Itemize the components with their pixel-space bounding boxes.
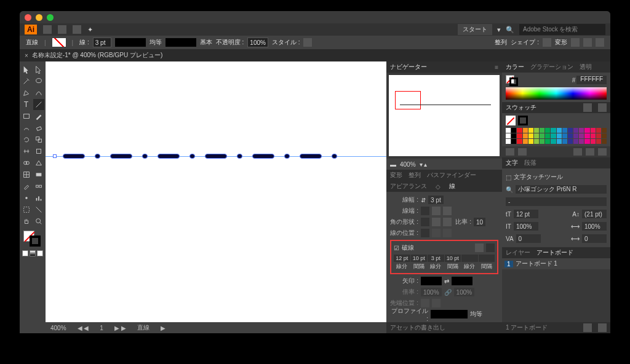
cloud-icon[interactable] — [518, 148, 527, 156]
swap-arrows-icon[interactable]: ⇄ — [444, 278, 449, 285]
dashed-line[interactable] — [52, 154, 380, 159]
transform-icon[interactable] — [571, 38, 580, 47]
dash-align-icon[interactable] — [486, 243, 495, 252]
swatch[interactable] — [506, 139, 511, 144]
swatch[interactable] — [602, 139, 607, 144]
type-tool[interactable]: T — [21, 99, 33, 110]
color-fill-stroke[interactable] — [506, 75, 519, 85]
arrow-start[interactable] — [421, 277, 442, 285]
swatch[interactable] — [579, 139, 584, 144]
appearance-tab[interactable]: アピアランス — [390, 182, 427, 191]
swatch[interactable] — [506, 133, 511, 138]
swatch[interactable] — [511, 139, 516, 144]
swatch[interactable] — [557, 139, 562, 144]
swatch[interactable] — [584, 128, 589, 133]
lasso-tool[interactable] — [33, 76, 45, 87]
isolation-icon[interactable] — [583, 38, 592, 47]
touch-type-button[interactable]: 文字タッチツール — [514, 173, 563, 181]
swatch-registration-icon[interactable] — [518, 116, 528, 125]
hand-tool[interactable] — [21, 216, 33, 227]
gradient-tab[interactable]: グラデーション — [530, 63, 573, 71]
stroke-swatch[interactable] — [30, 235, 41, 247]
tracking-input[interactable]: 0 — [582, 234, 607, 243]
dash-value-input[interactable]: 12 pt — [394, 255, 410, 262]
swatch[interactable] — [517, 133, 522, 138]
column-graph-tool[interactable] — [33, 192, 45, 204]
brush-panel-icon[interactable] — [573, 148, 582, 156]
vscale-input[interactable]: 100% — [514, 222, 538, 231]
shape-builder-tool[interactable] — [21, 157, 33, 168]
swatch[interactable] — [511, 128, 516, 133]
perspective-tool[interactable] — [33, 157, 45, 168]
line-tool[interactable] — [33, 99, 45, 110]
dash-value-input[interactable] — [479, 255, 495, 262]
align-tab[interactable]: 整列 — [409, 171, 421, 180]
gpu-icon[interactable]: ✦ — [87, 26, 93, 34]
swatch[interactable] — [562, 139, 567, 144]
color-spectrum[interactable] — [506, 87, 607, 100]
swatch[interactable] — [562, 128, 567, 133]
miter-limit-field[interactable]: 10 — [474, 218, 485, 226]
dash-value-input[interactable]: 3 pt — [428, 255, 444, 262]
join-round-icon[interactable] — [432, 218, 441, 226]
font-size-input[interactable]: 12 pt — [514, 210, 538, 218]
pen-tool[interactable] — [21, 87, 33, 98]
swatch[interactable] — [579, 133, 584, 138]
swatch[interactable] — [523, 133, 528, 138]
touch-type-icon[interactable]: ⬚ — [506, 174, 511, 181]
swatch[interactable] — [540, 133, 544, 138]
transform-label[interactable]: 変形 — [555, 38, 567, 47]
swatch[interactable] — [584, 133, 589, 138]
swatch[interactable] — [545, 139, 550, 144]
swatch[interactable] — [568, 133, 573, 138]
mesh-tool[interactable] — [21, 169, 33, 180]
artboards-tab[interactable]: アートボード — [536, 248, 573, 257]
free-transform-tool[interactable] — [33, 146, 45, 157]
scale-tool[interactable] — [33, 134, 45, 145]
gradient-tool[interactable] — [33, 169, 45, 180]
swatch[interactable] — [540, 128, 544, 133]
swatch[interactable] — [528, 128, 533, 133]
curvature-tool[interactable] — [33, 87, 45, 98]
swatch[interactable] — [517, 128, 522, 133]
more-icon[interactable] — [596, 38, 604, 47]
swatch[interactable] — [534, 139, 539, 144]
swatch[interactable] — [591, 128, 596, 133]
symbol-panel-icon[interactable] — [586, 148, 594, 156]
asset-export-tab[interactable]: アセットの書き出し — [390, 323, 445, 332]
hex-input[interactable]: FFFFFF — [576, 76, 607, 84]
join-miter-icon[interactable] — [421, 218, 429, 226]
swatch[interactable] — [602, 128, 607, 133]
swatch[interactable] — [551, 128, 556, 133]
zoom-icon[interactable] — [47, 14, 54, 21]
swatch[interactable] — [602, 133, 607, 138]
swatch[interactable] — [523, 128, 528, 133]
stroke-profile1[interactable] — [115, 38, 146, 47]
swatch[interactable] — [573, 139, 578, 144]
style-swatch[interactable] — [303, 38, 312, 47]
tab-close-icon[interactable]: × — [25, 52, 28, 59]
swatch[interactable] — [596, 139, 601, 144]
color-tab[interactable]: カラー — [506, 63, 524, 71]
shape-label[interactable]: シェイプ : — [511, 38, 539, 47]
start-dropdown[interactable]: スタート — [458, 24, 492, 35]
swatch[interactable] — [579, 128, 584, 133]
swatch[interactable] — [545, 128, 550, 133]
font-family-input[interactable]: 小塚ゴシック Pr6N R — [516, 185, 607, 194]
hscale-input[interactable]: 100% — [582, 222, 607, 231]
eyedropper-tool[interactable] — [21, 181, 33, 192]
swatches-tab[interactable]: スウォッチ — [506, 103, 536, 112]
eraser-tool[interactable] — [33, 122, 45, 133]
stock-icon[interactable] — [58, 25, 66, 34]
stroke-weight-input[interactable]: 3 pt — [93, 38, 111, 47]
fill-stroke-indicator[interactable] — [21, 231, 44, 248]
fill-stroke-swatch[interactable] — [52, 38, 66, 47]
swatch[interactable] — [517, 139, 522, 144]
dash-value-input[interactable]: 10 pt — [445, 255, 461, 262]
paragraph-tab[interactable]: 段落 — [524, 159, 536, 167]
swatch[interactable] — [534, 133, 539, 138]
cap-square-icon[interactable] — [443, 207, 452, 215]
swatch[interactable] — [551, 133, 556, 138]
leading-input[interactable]: (21 pt) — [582, 210, 607, 218]
kerning-input[interactable]: 0 — [516, 234, 541, 243]
